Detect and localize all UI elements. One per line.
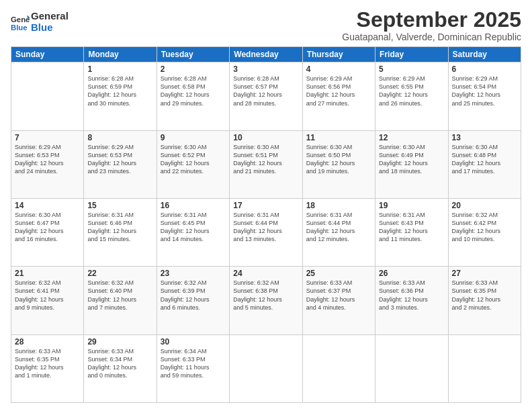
day-info: Sunrise: 6:30 AM Sunset: 6:49 PM Dayligh… xyxy=(379,143,444,176)
day-number: 16 xyxy=(161,201,226,210)
day-number: 30 xyxy=(161,337,226,347)
day-number: 24 xyxy=(233,269,298,278)
calendar-cell: 12Sunrise: 6:30 AM Sunset: 6:49 PM Dayli… xyxy=(375,130,448,198)
col-header-wednesday: Wednesday xyxy=(230,47,302,62)
day-info: Sunrise: 6:30 AM Sunset: 6:48 PM Dayligh… xyxy=(452,143,517,176)
day-info: Sunrise: 6:33 AM Sunset: 6:34 PM Dayligh… xyxy=(87,347,152,380)
day-number: 20 xyxy=(452,201,517,210)
day-number: 2 xyxy=(161,64,226,74)
col-header-thursday: Thursday xyxy=(302,47,375,62)
day-info: Sunrise: 6:29 AM Sunset: 6:54 PM Dayligh… xyxy=(452,75,517,107)
calendar-cell xyxy=(302,334,375,402)
calendar-cell: 8Sunrise: 6:29 AM Sunset: 6:53 PM Daylig… xyxy=(84,130,157,198)
day-info: Sunrise: 6:32 AM Sunset: 6:42 PM Dayligh… xyxy=(452,211,517,244)
day-number: 5 xyxy=(379,64,444,74)
day-info: Sunrise: 6:31 AM Sunset: 6:46 PM Dayligh… xyxy=(87,211,152,244)
calendar-cell: 16Sunrise: 6:31 AM Sunset: 6:45 PM Dayli… xyxy=(157,198,229,266)
day-info: Sunrise: 6:33 AM Sunset: 6:36 PM Dayligh… xyxy=(379,279,444,312)
title-section: September 2025 Guatapanal, Valverde, Dom… xyxy=(342,8,521,42)
svg-text:General: General xyxy=(11,15,30,24)
day-number: 1 xyxy=(87,64,152,74)
day-info: Sunrise: 6:29 AM Sunset: 6:56 PM Dayligh… xyxy=(306,75,371,107)
calendar-cell: 23Sunrise: 6:32 AM Sunset: 6:39 PM Dayli… xyxy=(157,267,229,334)
col-header-friday: Friday xyxy=(375,47,448,62)
calendar-cell xyxy=(448,334,521,402)
day-number: 4 xyxy=(306,64,371,74)
day-number: 6 xyxy=(452,64,517,74)
day-info: Sunrise: 6:32 AM Sunset: 6:41 PM Dayligh… xyxy=(15,279,80,312)
day-number: 27 xyxy=(452,269,517,278)
day-info: Sunrise: 6:29 AM Sunset: 6:53 PM Dayligh… xyxy=(15,143,80,176)
calendar-cell: 30Sunrise: 6:34 AM Sunset: 6:33 PM Dayli… xyxy=(157,334,229,402)
calendar-cell xyxy=(11,62,84,130)
calendar-cell: 15Sunrise: 6:31 AM Sunset: 6:46 PM Dayli… xyxy=(84,198,157,266)
day-info: Sunrise: 6:30 AM Sunset: 6:52 PM Dayligh… xyxy=(161,143,226,176)
calendar-cell: 24Sunrise: 6:32 AM Sunset: 6:38 PM Dayli… xyxy=(230,267,302,334)
day-info: Sunrise: 6:30 AM Sunset: 6:47 PM Dayligh… xyxy=(15,211,80,244)
calendar-cell: 19Sunrise: 6:31 AM Sunset: 6:43 PM Dayli… xyxy=(375,198,448,266)
calendar-header-row: SundayMondayTuesdayWednesdayThursdayFrid… xyxy=(11,47,521,62)
day-number: 7 xyxy=(15,133,80,142)
day-info: Sunrise: 6:33 AM Sunset: 6:37 PM Dayligh… xyxy=(306,279,371,312)
day-number: 21 xyxy=(15,269,80,278)
day-number: 3 xyxy=(233,64,298,74)
calendar-cell: 29Sunrise: 6:33 AM Sunset: 6:34 PM Dayli… xyxy=(84,334,157,402)
header: General Blue General Blue September 2025… xyxy=(11,8,521,42)
day-number: 26 xyxy=(379,269,444,278)
day-number: 17 xyxy=(233,201,298,210)
col-header-tuesday: Tuesday xyxy=(157,47,229,62)
calendar-cell: 9Sunrise: 6:30 AM Sunset: 6:52 PM Daylig… xyxy=(157,130,229,198)
calendar-cell: 7Sunrise: 6:29 AM Sunset: 6:53 PM Daylig… xyxy=(11,130,84,198)
day-number: 25 xyxy=(306,269,371,278)
day-number: 18 xyxy=(306,201,371,210)
logo-icon: General Blue xyxy=(11,13,30,32)
day-info: Sunrise: 6:31 AM Sunset: 6:43 PM Dayligh… xyxy=(379,211,444,244)
day-info: Sunrise: 6:28 AM Sunset: 6:59 PM Dayligh… xyxy=(87,75,152,107)
calendar-cell: 22Sunrise: 6:32 AM Sunset: 6:40 PM Dayli… xyxy=(84,267,157,334)
day-info: Sunrise: 6:31 AM Sunset: 6:45 PM Dayligh… xyxy=(161,211,226,244)
day-number: 10 xyxy=(233,133,298,142)
calendar-week-row: 7Sunrise: 6:29 AM Sunset: 6:53 PM Daylig… xyxy=(11,130,521,198)
calendar-cell xyxy=(230,334,302,402)
col-header-monday: Monday xyxy=(84,47,157,62)
day-number: 8 xyxy=(87,133,152,142)
calendar-week-row: 28Sunrise: 6:33 AM Sunset: 6:35 PM Dayli… xyxy=(11,334,521,402)
day-info: Sunrise: 6:34 AM Sunset: 6:33 PM Dayligh… xyxy=(161,347,226,380)
calendar-cell: 20Sunrise: 6:32 AM Sunset: 6:42 PM Dayli… xyxy=(448,198,521,266)
day-info: Sunrise: 6:31 AM Sunset: 6:44 PM Dayligh… xyxy=(306,211,371,244)
col-header-sunday: Sunday xyxy=(11,47,84,62)
day-info: Sunrise: 6:30 AM Sunset: 6:51 PM Dayligh… xyxy=(233,143,298,176)
calendar-cell: 18Sunrise: 6:31 AM Sunset: 6:44 PM Dayli… xyxy=(302,198,375,266)
day-number: 28 xyxy=(15,337,80,347)
page: General Blue General Blue September 2025… xyxy=(0,0,532,411)
day-info: Sunrise: 6:32 AM Sunset: 6:39 PM Dayligh… xyxy=(161,279,226,312)
logo: General Blue General Blue xyxy=(11,11,69,33)
month-title: September 2025 xyxy=(342,8,521,32)
day-number: 15 xyxy=(87,201,152,210)
svg-text:Blue: Blue xyxy=(11,24,28,32)
calendar-cell xyxy=(375,334,448,402)
calendar-cell: 11Sunrise: 6:30 AM Sunset: 6:50 PM Dayli… xyxy=(302,130,375,198)
day-info: Sunrise: 6:29 AM Sunset: 6:53 PM Dayligh… xyxy=(87,143,152,176)
calendar-cell: 21Sunrise: 6:32 AM Sunset: 6:41 PM Dayli… xyxy=(11,267,84,334)
calendar-cell: 4Sunrise: 6:29 AM Sunset: 6:56 PM Daylig… xyxy=(302,62,375,130)
logo-blue: Blue xyxy=(31,22,69,34)
day-info: Sunrise: 6:31 AM Sunset: 6:44 PM Dayligh… xyxy=(233,211,298,244)
day-number: 13 xyxy=(452,133,517,142)
day-info: Sunrise: 6:29 AM Sunset: 6:55 PM Dayligh… xyxy=(379,75,444,107)
col-header-saturday: Saturday xyxy=(448,47,521,62)
day-number: 12 xyxy=(379,133,444,142)
day-number: 11 xyxy=(306,133,371,142)
calendar-cell: 27Sunrise: 6:33 AM Sunset: 6:35 PM Dayli… xyxy=(448,267,521,334)
day-info: Sunrise: 6:30 AM Sunset: 6:50 PM Dayligh… xyxy=(306,143,371,176)
day-number: 22 xyxy=(87,269,152,278)
logo-general: General xyxy=(31,11,69,22)
calendar-cell: 14Sunrise: 6:30 AM Sunset: 6:47 PM Dayli… xyxy=(11,198,84,266)
calendar-cell: 2Sunrise: 6:28 AM Sunset: 6:58 PM Daylig… xyxy=(157,62,229,130)
calendar-cell: 10Sunrise: 6:30 AM Sunset: 6:51 PM Dayli… xyxy=(230,130,302,198)
calendar-week-row: 14Sunrise: 6:30 AM Sunset: 6:47 PM Dayli… xyxy=(11,198,521,266)
calendar-cell: 25Sunrise: 6:33 AM Sunset: 6:37 PM Dayli… xyxy=(302,267,375,334)
calendar-cell: 28Sunrise: 6:33 AM Sunset: 6:35 PM Dayli… xyxy=(11,334,84,402)
calendar-cell: 13Sunrise: 6:30 AM Sunset: 6:48 PM Dayli… xyxy=(448,130,521,198)
day-info: Sunrise: 6:28 AM Sunset: 6:58 PM Dayligh… xyxy=(161,75,226,107)
